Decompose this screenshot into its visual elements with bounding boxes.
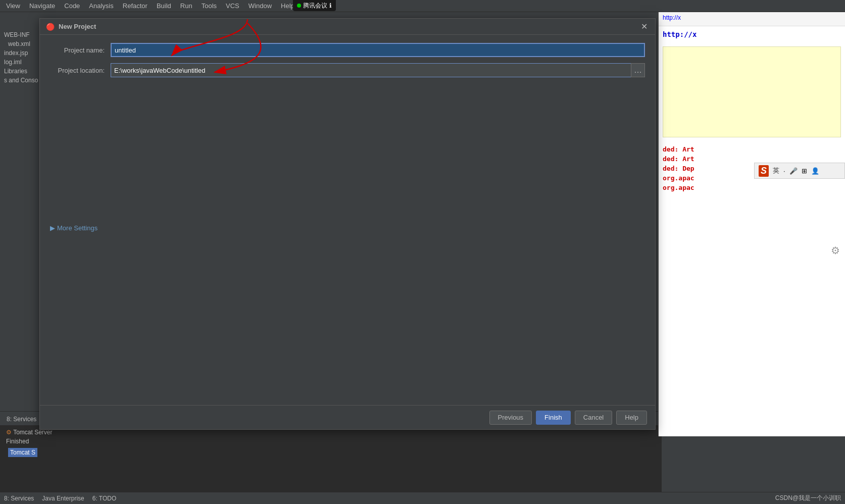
menu-bar: View Navigate Code Analysis Refactor Bui… <box>0 0 845 12</box>
menu-analysis[interactable]: Analysis <box>85 1 117 11</box>
right-panel: http://x http://x ⚙ ded: Art ded: Art de… <box>658 12 845 436</box>
status-csdn: CSDN@我是一个小训职 <box>775 494 841 502</box>
menu-vcs[interactable]: VCS <box>222 1 243 11</box>
server-label: ⚙ Tomcat Server <box>6 429 52 436</box>
server-line-2: Finished <box>4 437 658 446</box>
sogou-grid-icon[interactable]: ⊞ <box>802 167 807 175</box>
file-tree: WEB-INF web.xml index.jsp log.iml Librar… <box>0 28 40 240</box>
project-location-label: Project location: <box>50 67 111 74</box>
tomcat-highlight-line: Tomcat S <box>4 446 658 459</box>
tencent-bar: 腾讯会议 ℹ <box>293 0 336 11</box>
finish-button[interactable]: Finish <box>536 411 571 425</box>
url-text: http://x <box>663 14 681 21</box>
dialog-title-text: New Project <box>59 23 639 30</box>
status-todo: 6: TODO <box>92 495 117 502</box>
log-line-4: org.apac <box>663 184 841 191</box>
dialog-icon: 🔴 <box>46 23 55 31</box>
new-project-dialog: 🔴 New Project ✕ Project name: Project lo… <box>39 18 656 430</box>
tree-item-index-jsp[interactable]: index.jsp <box>0 48 40 58</box>
menu-code[interactable]: Code <box>60 1 84 11</box>
menu-refactor[interactable]: Refactor <box>119 1 152 11</box>
tab-services[interactable]: 8: Services <box>0 413 43 425</box>
dialog-close-button[interactable]: ✕ <box>639 22 649 32</box>
status-bar-services: 8: Services <box>4 495 34 502</box>
settings-icon[interactable]: ⚙ <box>831 244 840 257</box>
project-location-input[interactable] <box>111 63 631 77</box>
menu-window[interactable]: Window <box>244 1 276 11</box>
sogou-user-icon[interactable]: 👤 <box>811 167 819 175</box>
project-name-row: Project name: <box>50 43 645 57</box>
more-settings-arrow: ▶ <box>50 224 55 232</box>
yellow-box <box>663 46 841 137</box>
tencent-info-icon[interactable]: ℹ <box>329 2 332 9</box>
tree-item-consoles[interactable]: s and Conso <box>0 76 40 85</box>
tree-item-log-iml[interactable]: log.iml <box>0 58 40 67</box>
tomcat-label[interactable]: Tomcat S <box>8 448 37 457</box>
sogou-eng-label[interactable]: 英 <box>773 166 779 175</box>
more-settings-toggle[interactable]: ▶ More Settings <box>40 220 655 236</box>
project-name-label: Project name: <box>50 46 111 54</box>
menu-run[interactable]: Run <box>176 1 196 11</box>
project-name-input[interactable] <box>111 43 645 57</box>
status-java-enterprise: Java Enterprise <box>42 495 84 502</box>
project-location-field-group: … <box>111 63 645 77</box>
dialog-footer: Previous Finish Cancel Help <box>40 405 655 429</box>
dialog-title-bar: 🔴 New Project ✕ <box>40 19 655 35</box>
green-status-dot <box>297 4 301 8</box>
tencent-label: 腾讯会议 <box>303 2 327 10</box>
help-button[interactable]: Help <box>616 411 647 425</box>
menu-build[interactable]: Build <box>153 1 175 11</box>
sogou-dot: · <box>783 167 785 175</box>
log-line-1: ded: Art <box>663 155 841 163</box>
sogou-s-icon: S <box>759 165 769 177</box>
cancel-button[interactable]: Cancel <box>575 411 612 425</box>
more-settings-label: More Settings <box>57 224 97 232</box>
http-text: http://x <box>659 26 845 42</box>
menu-view[interactable]: View <box>2 1 24 11</box>
previous-button[interactable]: Previous <box>489 411 532 425</box>
browse-button[interactable]: … <box>631 63 645 77</box>
tree-item-libraries[interactable]: Libraries <box>0 67 40 76</box>
dialog-body: Project name: Project location: … <box>40 35 655 220</box>
bottom-content: ⚙ Tomcat Server Finished Tomcat S <box>0 426 662 501</box>
sogou-ime-bar[interactable]: S 英 · 🎤 ⊞ 👤 <box>754 163 845 179</box>
tree-item-web-xml[interactable]: web.xml <box>0 39 40 48</box>
menu-tools[interactable]: Tools <box>197 1 221 11</box>
dialog-spacer <box>40 236 655 405</box>
sogou-mic-icon[interactable]: 🎤 <box>789 167 798 175</box>
log-header: ded: Art <box>663 145 841 153</box>
tree-item-web-inf[interactable]: WEB-INF <box>0 30 40 39</box>
menu-navigate[interactable]: Navigate <box>25 1 59 11</box>
browser-url: http://x <box>659 12 845 26</box>
project-location-row: Project location: … <box>50 63 645 77</box>
status-bar: 8: Services Java Enterprise 6: TODO CSDN… <box>0 492 845 504</box>
